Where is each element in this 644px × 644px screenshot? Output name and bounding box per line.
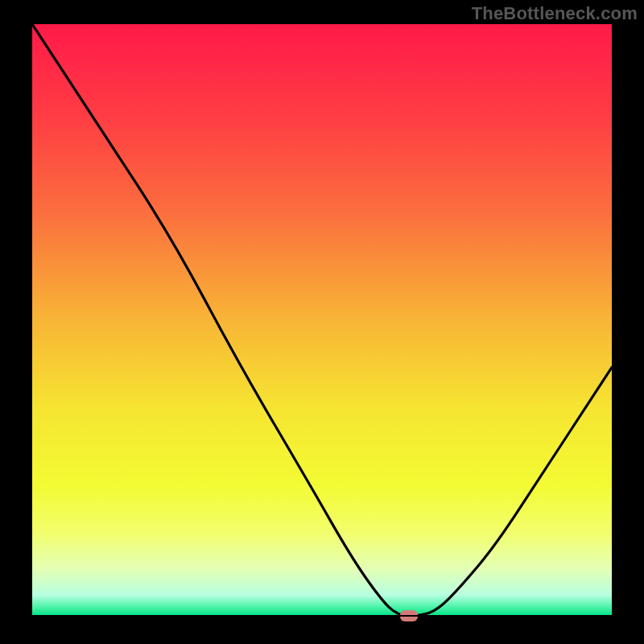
bottleneck-plot <box>0 0 644 644</box>
chart-frame: TheBottleneck.com <box>0 0 644 644</box>
gradient-background <box>32 24 612 616</box>
